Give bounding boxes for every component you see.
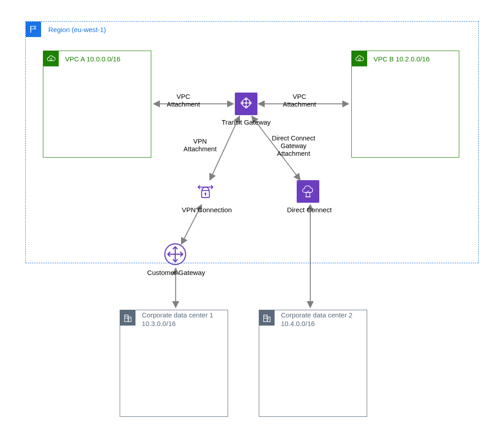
transit-gateway-label: Transit Gateway bbox=[221, 118, 271, 126]
dc1-header: Corporate data center 1 10.3.0.0/16 bbox=[120, 310, 213, 328]
vpc-cloud-icon bbox=[352, 51, 367, 66]
vpc-cloud-icon bbox=[43, 51, 59, 66]
svg-point-8 bbox=[245, 102, 247, 104]
svg-rect-29 bbox=[126, 316, 126, 317]
region-label: Region (eu-west-1) bbox=[48, 26, 106, 33]
vpc-attachment-right-label: VPCAttachment bbox=[279, 93, 320, 108]
vpc-b-label: VPC B 10.2.0.0/16 bbox=[373, 55, 429, 63]
vpc-a-box: VPC A 10.0.0.0/16 bbox=[43, 51, 151, 158]
svg-rect-21 bbox=[306, 192, 310, 197]
svg-rect-35 bbox=[267, 317, 270, 322]
dc1-label: Corporate data center 1 10.3.0.0/16 bbox=[142, 310, 213, 328]
vpn-connection-node bbox=[194, 180, 217, 203]
svg-rect-34 bbox=[264, 315, 267, 322]
dc2-cidr: 10.4.0.0/16 bbox=[281, 320, 352, 328]
vpc-a-label: VPC A 10.0.0.0/16 bbox=[65, 55, 121, 63]
customer-gateway-label: Customer Gateway bbox=[145, 269, 208, 276]
direct-connect-node bbox=[297, 180, 319, 203]
dc1-cidr: 10.3.0.0/16 bbox=[142, 320, 213, 328]
svg-rect-38 bbox=[265, 318, 266, 319]
direct-connect-icon bbox=[300, 182, 316, 200]
corporate-dc-2-box: Corporate data center 2 10.4.0.0/16 bbox=[259, 310, 367, 417]
vpc-b-header: VPC B 10.2.0.0/16 bbox=[352, 51, 429, 66]
transit-gateway-node bbox=[235, 93, 257, 115]
vpc-b-box: VPC B 10.2.0.0/16 bbox=[351, 51, 459, 158]
building-icon bbox=[120, 310, 135, 326]
svg-rect-32 bbox=[127, 318, 128, 319]
transit-gateway-icon bbox=[238, 95, 254, 113]
dc2-title: Corporate data center 2 bbox=[281, 311, 352, 320]
corporate-dc-1-box: Corporate data center 1 10.3.0.0/16 bbox=[120, 310, 228, 417]
diagram-canvas: Region (eu-west-1) VPC A 10.0.0.0/16 VPC bbox=[0, 0, 504, 438]
svg-rect-39 bbox=[266, 318, 267, 319]
dc2-header: Corporate data center 2 10.4.0.0/16 bbox=[259, 310, 352, 328]
dc1-title: Corporate data center 1 bbox=[142, 311, 213, 320]
svg-rect-28 bbox=[128, 317, 131, 322]
region-flag-icon bbox=[26, 22, 41, 37]
vpc-attachment-left-label: VPCAttachment bbox=[163, 93, 204, 108]
direct-connect-label: Direct Connect bbox=[285, 206, 334, 214]
customer-gateway-icon bbox=[164, 243, 187, 267]
dx-gateway-attachment-label: Direct ConnectGatewayAttachment bbox=[264, 135, 323, 158]
dc2-label: Corporate data center 2 10.4.0.0/16 bbox=[281, 310, 352, 328]
building-icon bbox=[259, 310, 275, 326]
customer-gateway-node bbox=[164, 244, 187, 266]
region-header: Region (eu-west-1) bbox=[26, 22, 106, 37]
vpn-attachment-label: VPNAttachment bbox=[177, 138, 223, 153]
svg-rect-36 bbox=[265, 316, 266, 317]
svg-rect-30 bbox=[127, 316, 128, 317]
vpc-a-header: VPC A 10.0.0.0/16 bbox=[43, 51, 121, 66]
svg-rect-27 bbox=[125, 315, 128, 322]
vpn-lock-icon bbox=[195, 180, 216, 203]
vpn-connection-label: VPN Connection bbox=[180, 206, 234, 214]
svg-rect-31 bbox=[126, 318, 126, 319]
svg-rect-37 bbox=[266, 316, 267, 317]
svg-rect-40 bbox=[268, 318, 269, 319]
svg-rect-33 bbox=[129, 318, 130, 319]
